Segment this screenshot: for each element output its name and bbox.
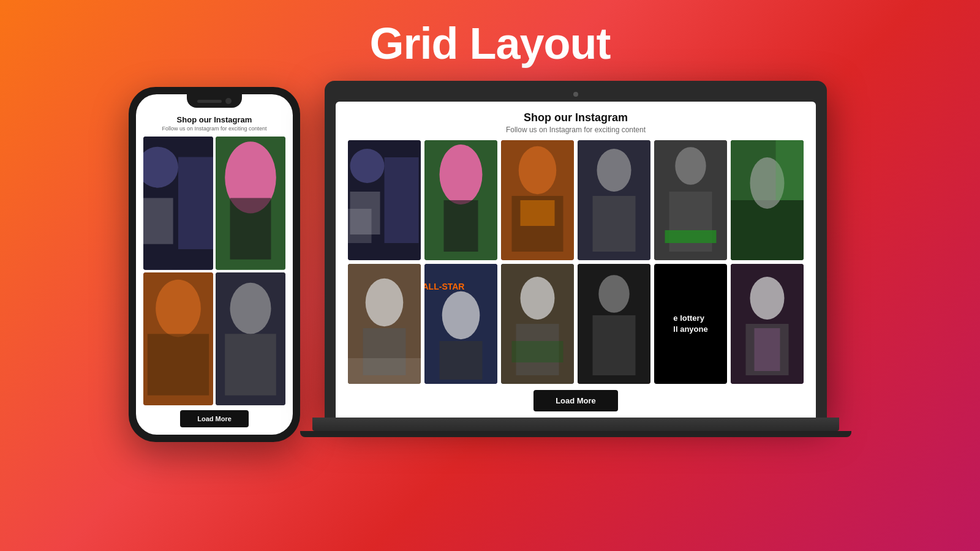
- phone-shop-title: Shop our Instagram: [143, 115, 285, 124]
- laptop-header: Shop our Instagram Follow us on Instagra…: [348, 111, 804, 134]
- laptop-grid-item-4[interactable]: [578, 140, 650, 260]
- svg-point-16: [350, 149, 385, 183]
- phone-load-more-section: Load More: [143, 410, 285, 427]
- laptop-grid-item-5[interactable]: [654, 140, 727, 260]
- svg-rect-36: [776, 140, 804, 200]
- phone-shop-subtitle: Follow us on Instagram for exciting cont…: [143, 126, 285, 132]
- phone-speaker: [197, 100, 222, 103]
- phone-header: Shop our Instagram Follow us on Instagra…: [143, 115, 285, 132]
- laptop-camera: [573, 92, 578, 97]
- laptop-content: Shop our Instagram Follow us on Instagra…: [336, 102, 816, 421]
- svg-point-19: [440, 144, 483, 204]
- devices-container: Shop our Instagram Follow us on Instagra…: [0, 81, 980, 442]
- laptop-grid-item-1[interactable]: [348, 140, 421, 260]
- svg-point-29: [675, 147, 706, 185]
- svg-rect-31: [665, 230, 717, 243]
- page-title: Grid Layout: [0, 18, 980, 69]
- laptop-image-grid: ALL-STAR: [348, 140, 804, 384]
- phone-grid-item-4[interactable]: [216, 272, 285, 406]
- svg-rect-12: [225, 334, 276, 395]
- svg-rect-51: [512, 341, 564, 362]
- svg-rect-58: [755, 328, 780, 371]
- phone-notch: [187, 94, 242, 108]
- laptop-grid-item-2[interactable]: [424, 140, 497, 260]
- laptop-grid-item-10[interactable]: [578, 264, 650, 384]
- svg-text:ALL-STAR: ALL-STAR: [424, 282, 464, 291]
- laptop-frame: Shop our Instagram Follow us on Instagra…: [325, 81, 851, 437]
- svg-point-53: [598, 275, 629, 313]
- svg-point-11: [230, 282, 271, 334]
- svg-point-8: [156, 279, 201, 337]
- phone-image-grid: [143, 137, 285, 405]
- phone-camera: [225, 98, 232, 104]
- phone-frame: Shop our Instagram Follow us on Instagra…: [129, 87, 300, 442]
- svg-rect-24: [521, 200, 555, 226]
- laptop-shop-subtitle: Follow us on Instagram for exciting cont…: [348, 126, 804, 134]
- svg-point-56: [750, 277, 785, 320]
- phone-grid-item-1[interactable]: [143, 137, 213, 270]
- svg-rect-2: [178, 157, 213, 249]
- phone-grid-item-2[interactable]: [216, 137, 285, 270]
- phone-content: Shop our Instagram Follow us on Instagra…: [136, 108, 293, 435]
- svg-point-49: [521, 277, 555, 320]
- laptop-grid-item-7[interactable]: [348, 264, 421, 384]
- svg-rect-41: [348, 358, 421, 384]
- svg-point-26: [597, 149, 631, 192]
- laptop-grid-item-12[interactable]: [731, 264, 804, 384]
- svg-rect-54: [593, 315, 636, 375]
- phone-grid-item-3[interactable]: [143, 272, 213, 406]
- svg-point-22: [519, 146, 557, 194]
- lottery-overlay: e lotteryll anyone: [654, 264, 727, 384]
- laptop-grid-item-9[interactable]: [501, 264, 574, 384]
- svg-rect-9: [148, 334, 209, 395]
- svg-rect-1: [143, 198, 173, 244]
- laptop-load-more-button[interactable]: Load More: [533, 390, 618, 411]
- laptop-screen: Shop our Instagram Follow us on Instagra…: [336, 102, 816, 421]
- laptop-load-more-section: Load More: [348, 390, 804, 411]
- svg-point-45: [442, 291, 480, 339]
- svg-rect-20: [444, 200, 478, 252]
- svg-rect-15: [385, 157, 419, 243]
- phone-load-more-button[interactable]: Load More: [180, 410, 249, 427]
- laptop-grid-item-8[interactable]: ALL-STAR: [424, 264, 497, 384]
- svg-rect-6: [230, 198, 271, 259]
- phone-mockup: Shop our Instagram Follow us on Instagra…: [129, 87, 300, 442]
- svg-rect-27: [593, 196, 636, 252]
- laptop-grid-item-6[interactable]: [731, 140, 804, 260]
- svg-rect-46: [440, 341, 483, 380]
- laptop-mockup: Shop our Instagram Follow us on Instagra…: [325, 81, 851, 437]
- laptop-bezel: Shop our Instagram Follow us on Instagra…: [325, 81, 827, 418]
- laptop-grid-item-3[interactable]: [501, 140, 574, 260]
- phone-screen: Shop our Instagram Follow us on Instagra…: [136, 94, 293, 435]
- laptop-grid-item-11[interactable]: e lotteryll anyone: [654, 264, 727, 384]
- svg-point-39: [366, 279, 404, 326]
- svg-rect-17: [348, 209, 372, 243]
- laptop-foot: [300, 431, 851, 437]
- page-title-section: Grid Layout: [0, 0, 980, 81]
- laptop-shop-title: Shop our Instagram: [348, 111, 804, 124]
- svg-rect-34: [731, 200, 804, 260]
